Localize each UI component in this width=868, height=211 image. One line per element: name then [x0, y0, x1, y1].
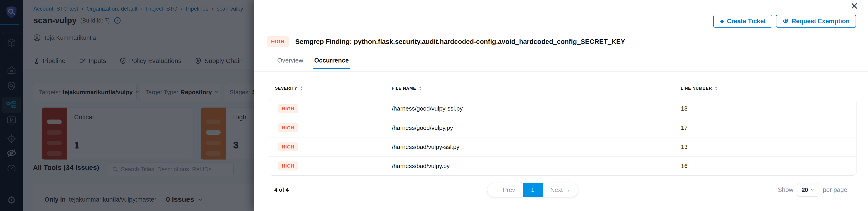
close-icon[interactable]: ✕ — [850, 1, 858, 11]
finding-tabs: Overview Occurrence — [277, 57, 349, 69]
diamond-icon: ◆ — [720, 18, 724, 24]
row-file-name: /harness/bad/vulpy.py — [392, 156, 450, 176]
sort-icon — [715, 86, 718, 90]
app-root: ⚙ Account: STO test › Organization: defa… — [0, 0, 868, 211]
column-header-severity[interactable]: Severity — [275, 86, 303, 91]
column-header-line-number[interactable]: Line Number — [681, 86, 718, 91]
tab-occurrence[interactable]: Occurrence — [314, 57, 349, 69]
sort-icon — [300, 86, 303, 90]
page-size-select[interactable]: 20 — [797, 183, 819, 197]
page-size-control: Show 20 per page — [778, 183, 847, 197]
table-row[interactable]: HIGH /harness/bad/vulpy.py 16 — [269, 156, 856, 175]
severity-badge: HIGH — [267, 36, 289, 47]
current-page-button[interactable]: 1 — [523, 183, 542, 197]
eye-slash-icon — [782, 18, 789, 24]
row-line-number: 13 — [681, 137, 688, 156]
column-header-file-name[interactable]: File Name — [392, 86, 422, 91]
next-page-button[interactable]: Next → — [542, 183, 578, 197]
table-row[interactable]: HIGH /harness/bad/vulpy-ssl.py 13 — [269, 137, 856, 156]
table-row[interactable]: HIGH /harness/good/vulpy-ssl.py 13 — [269, 99, 856, 118]
tabs-divider — [254, 71, 868, 72]
pagination-summary: 4 of 4 — [274, 183, 289, 197]
row-severity-badge: HIGH — [278, 104, 298, 113]
create-ticket-button[interactable]: ◆ Create Ticket — [713, 15, 772, 28]
row-line-number: 17 — [681, 118, 688, 137]
row-line-number: 16 — [681, 156, 688, 176]
row-file-name: /harness/bad/vulpy-ssl.py — [392, 137, 459, 156]
row-severity-badge: HIGH — [278, 124, 298, 132]
chevron-down-icon — [810, 188, 814, 192]
row-file-name: /harness/good/vulpy.py — [392, 118, 453, 137]
request-exemption-button[interactable]: Request Exemption — [776, 15, 856, 28]
row-severity-badge: HIGH — [278, 162, 298, 171]
pager: ← Prev 1 Next → — [487, 183, 578, 197]
occurrences-table: HIGH /harness/good/vulpy-ssl.py 13 HIGH … — [269, 99, 857, 176]
tab-overview[interactable]: Overview — [277, 57, 303, 69]
prev-page-button[interactable]: ← Prev — [487, 183, 523, 197]
table-row[interactable]: HIGH /harness/good/vulpy.py 17 — [269, 118, 856, 137]
row-severity-badge: HIGH — [278, 142, 298, 151]
sort-icon — [419, 86, 422, 90]
show-label: Show — [778, 186, 794, 194]
finding-drawer: ✕ ◆ Create Ticket Request Exemption HIGH… — [254, 0, 868, 211]
per-page-label: per page — [823, 186, 847, 194]
row-line-number: 13 — [681, 99, 688, 118]
row-file-name: /harness/good/vulpy-ssl.py — [392, 99, 463, 118]
finding-title: Semgrep Finding: python.flask.security.a… — [295, 38, 625, 45]
